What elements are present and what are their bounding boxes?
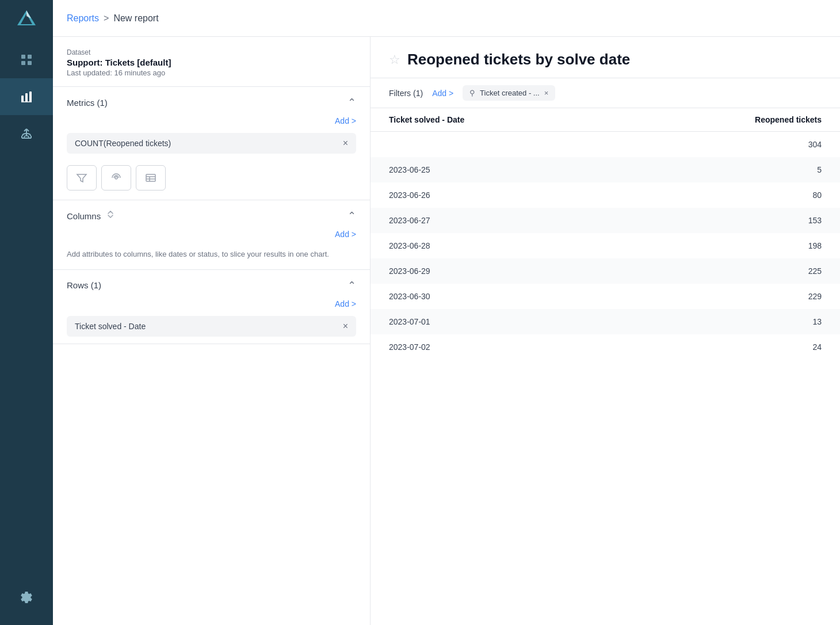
favorite-star-icon[interactable]: ☆ [389,52,400,67]
metrics-section-header: Metrics (1) ⌃ [67,87,356,113]
table-body: 3042023-06-2552023-06-26802023-06-271532… [371,132,840,360]
rows-collapse-button[interactable]: ⌃ [348,279,356,292]
svg-rect-9 [29,92,32,102]
cell-count: 13 [615,309,840,334]
breadcrumb: Reports > New report [67,13,159,24]
cell-count: 225 [615,258,840,284]
table-row: 304 [371,132,840,158]
columns-hint: Add attributes to columns, like dates or… [67,246,356,269]
right-panel: ☆ Reopened tickets by solve date Filters… [371,37,840,625]
rows-chip: Ticket solved - Date × [67,316,356,337]
cell-count: 229 [615,284,840,309]
header: Reports > New report [53,0,840,37]
table-row: 2023-06-29225 [371,258,840,284]
table-row: 2023-06-30229 [371,284,840,309]
sidebar-item-settings[interactable] [20,579,33,616]
rows-chip-label: Ticket solved - Date [75,322,338,331]
svg-rect-6 [28,61,32,65]
report-title: Reopened tickets by solve date [407,51,630,68]
table-row: 2023-06-255 [371,157,840,182]
funnel-icon [76,172,87,184]
cell-date: 2023-06-29 [371,258,615,284]
cell-count: 80 [615,182,840,208]
columns-collapse-button[interactable]: ⌃ [348,209,356,222]
main-area: Reports > New report Dataset Support: Ti… [53,0,840,625]
filter-chip-close[interactable]: × [544,89,549,97]
metrics-chip: COUNT(Reopened tickets) × [67,133,356,154]
filters-label: Filters (1) [389,89,423,98]
data-table-container: Ticket solved - Date Reopened tickets 30… [371,108,840,625]
filters-bar: Filters (1) Add > ⚲ Ticket created - ...… [371,78,840,108]
sidebar-item-reports[interactable] [0,78,53,115]
dataset-label: Dataset [67,48,356,56]
viz-signal-button[interactable] [101,165,131,190]
rows-chip-close[interactable]: × [343,322,348,331]
cell-count: 5 [615,157,840,182]
cell-date: 2023-06-25 [371,157,615,182]
cell-date: 2023-07-02 [371,334,615,360]
metrics-section-title: Metrics (1) [67,98,108,108]
cell-date: 2023-06-28 [371,233,615,258]
filter-chip-label: Ticket created - ... [480,89,540,97]
metrics-chip-label: COUNT(Reopened tickets) [75,139,338,148]
svg-rect-7 [21,96,24,102]
dataset-info: Dataset Support: Tickets [default] Last … [53,37,370,87]
svg-point-12 [115,177,117,179]
metrics-chip-close[interactable]: × [343,139,348,148]
metrics-collapse-button[interactable]: ⌃ [348,96,356,109]
cell-date [371,132,615,158]
table-row: 2023-06-27153 [371,208,840,233]
viz-icons-row [67,161,356,200]
sidebar [0,0,53,625]
cell-count: 198 [615,233,840,258]
svg-rect-4 [28,55,32,59]
filter-chip-0: ⚲ Ticket created - ... × [463,85,555,101]
col-date-header: Ticket solved - Date [371,108,615,132]
dataset-updated: Last updated: 16 minutes ago [67,68,356,77]
rows-section-header: Rows (1) ⌃ [67,270,356,296]
table-row: 2023-07-0113 [371,309,840,334]
signal-icon [110,172,122,184]
content-area: Dataset Support: Tickets [default] Last … [53,37,840,625]
rows-section-title: Rows (1) [67,280,101,290]
columns-section: Columns ⌃ Add > Add attributes to column… [53,200,370,270]
sort-icon [105,211,116,221]
metrics-add-button[interactable]: Add > [335,116,356,125]
cell-count: 304 [615,132,840,158]
filters-add-button[interactable]: Add > [432,89,453,98]
chart-icon [20,90,33,104]
data-table: Ticket solved - Date Reopened tickets 30… [371,108,840,360]
breadcrumb-separator: > [104,13,109,24]
upload-icon [20,127,33,140]
cell-date: 2023-06-30 [371,284,615,309]
columns-section-title: Columns [67,211,116,221]
app-logo[interactable] [0,0,53,37]
grid-icon [20,53,33,67]
breadcrumb-reports-link[interactable]: Reports [67,13,99,24]
cell-date: 2023-07-01 [371,309,615,334]
viz-funnel-button[interactable] [67,165,97,190]
sidebar-item-upload[interactable] [0,115,53,152]
cell-date: 2023-06-27 [371,208,615,233]
cell-count: 153 [615,208,840,233]
cell-count: 24 [615,334,840,360]
metrics-add-row: Add > [67,113,356,133]
col-count-header: Reopened tickets [615,108,840,132]
table-row: 2023-06-2680 [371,182,840,208]
cell-date: 2023-06-26 [371,182,615,208]
table-row: 2023-06-28198 [371,233,840,258]
report-title-row: ☆ Reopened tickets by solve date [389,51,822,68]
svg-rect-8 [25,93,28,102]
sidebar-item-dashboard[interactable] [0,41,53,78]
breadcrumb-current: New report [113,13,158,24]
columns-add-button[interactable]: Add > [335,230,356,239]
rows-add-row: Add > [67,296,356,316]
gear-icon [20,590,33,604]
viz-table-button[interactable] [136,165,166,190]
svg-rect-3 [21,55,25,59]
filter-icon: ⚲ [469,89,475,97]
svg-rect-5 [21,61,25,65]
metrics-section: Metrics (1) ⌃ Add > COUNT(Reopened ticke… [53,87,370,200]
rows-add-button[interactable]: Add > [335,299,356,308]
svg-point-11 [24,136,29,138]
